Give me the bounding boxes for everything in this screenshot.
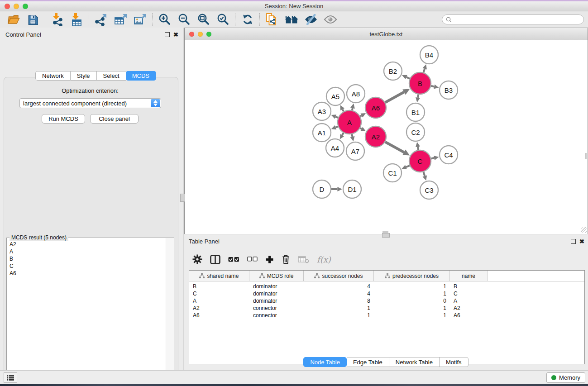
table-panel: Table Panel ✖ [184,235,588,371]
minimize-network-button[interactable] [198,32,203,37]
column-header-mcds-role[interactable]: MCDS role [249,271,304,281]
show-eye-button[interactable] [320,12,340,27]
result-item[interactable]: A6 [10,270,166,277]
resize-grip[interactable] [581,227,587,233]
network-canvas[interactable]: AA6A2BCA5A8A3A1A4A7B2B4B3B1C2C4C1C3DD1 [185,40,588,234]
graph-edge[interactable] [360,128,362,129]
horizontal-splitter-handle[interactable] [382,233,390,238]
graph-edge[interactable] [423,172,425,176]
float-panel-icon[interactable] [165,32,170,37]
zoom-selected-button[interactable] [213,12,233,27]
table-row[interactable]: A dominator 8 0 A [189,297,584,305]
graph-node-label: A3 [318,108,326,115]
tab-network[interactable]: Network [35,71,71,81]
result-item[interactable]: B [10,255,166,262]
float-table-panel-icon[interactable] [571,239,576,244]
zoom-out-button[interactable] [174,12,194,27]
result-item[interactable]: A [10,248,166,255]
graph-edge[interactable] [418,95,418,98]
close-network-button[interactable] [189,32,194,37]
save-session-button[interactable] [23,12,43,27]
tab-select[interactable]: Select [97,71,126,81]
show-columns-button[interactable] [210,255,220,264]
tab-style[interactable]: Style [71,71,97,81]
graph-edge[interactable] [431,158,434,159]
mcds-result-list[interactable]: A2 A B C A6 [7,239,166,386]
graph-edge[interactable] [336,127,338,128]
canvas-vscroll-thumb[interactable] [585,153,587,159]
table-row[interactable]: A6 connector 1 1 A6 [189,312,584,319]
tab-network-table[interactable]: Network Table [389,357,440,367]
memory-button[interactable]: Memory [546,372,585,383]
zoom-in-button[interactable] [155,12,174,27]
tab-node-table[interactable]: Node Table [303,357,347,367]
fit-content-button[interactable] [194,12,213,27]
import-network-button[interactable] [48,12,67,27]
graph-edge[interactable] [343,110,344,112]
deselect-all-columns-button[interactable] [247,257,258,262]
create-column-button[interactable] [265,255,274,264]
result-scrollbar[interactable] [166,238,174,386]
result-item[interactable]: A2 [10,241,166,248]
graph-edge[interactable] [360,115,362,116]
graph-edge[interactable] [385,142,404,152]
graph-edge[interactable] [342,133,344,135]
table-row[interactable]: C dominator 4 1 C [189,290,584,297]
export-image-button[interactable] [130,12,150,27]
create-network-from-file-button[interactable] [262,12,282,27]
zoom-network-button[interactable] [206,32,211,37]
close-window-button[interactable] [5,4,10,9]
table-settings-button[interactable] [192,254,202,264]
search-box[interactable] [442,14,584,24]
graph-edge[interactable] [385,92,404,102]
tab-edge-table[interactable]: Edge Table [347,357,389,367]
show-log-button[interactable] [4,372,17,383]
select-all-icon [228,257,239,262]
close-panel-button[interactable]: Close panel [90,114,139,124]
select-all-columns-button[interactable] [228,257,239,262]
graph-edge[interactable] [406,166,410,167]
column-header-shared-name[interactable]: shared name [189,271,249,281]
export-network-button[interactable] [91,12,111,27]
search-input[interactable] [454,16,580,23]
network-window-titlebar[interactable]: testGlobe.txt [185,28,588,40]
export-table-button[interactable] [111,12,130,27]
minimize-window-button[interactable] [14,4,19,9]
graph-edge[interactable] [352,134,352,137]
column-header-name[interactable]: name [450,271,488,281]
column-header-predecessor-nodes[interactable]: predecessor nodes [374,271,450,281]
table-row[interactable]: A2 connector 1 1 A2 [189,305,584,312]
window-controls [5,1,28,11]
delete-column-button[interactable] [282,254,290,264]
memory-status-dot [551,375,556,380]
tab-motifs[interactable]: Motifs [440,357,468,367]
vertical-splitter-handle[interactable] [180,194,185,202]
tab-mcds[interactable]: MCDS [126,71,156,81]
table-row[interactable]: B dominator 4 1 B [189,283,584,290]
criterion-dropdown[interactable]: largest connected component (directed) [19,98,161,108]
graph-edge[interactable] [418,147,418,150]
graph-node-label: C3 [425,186,433,194]
home-button[interactable] [282,12,301,27]
graph-edge[interactable] [352,108,353,110]
graph-edge[interactable] [431,86,434,87]
export-image-icon [134,13,147,26]
window-titlebar[interactable]: Session: New Session [0,1,588,11]
zoom-out-icon [178,13,191,26]
run-mcds-button[interactable]: Run MCDS [42,114,85,124]
toolbar-separator [235,13,235,26]
graph-edge[interactable] [424,69,425,72]
hide-graphics-details-button[interactable] [301,12,320,27]
zoom-window-button[interactable] [23,4,28,9]
column-header-successor-nodes[interactable]: successor nodes [304,271,374,281]
graph-edge[interactable] [335,117,338,118]
close-table-panel-icon[interactable]: ✖ [579,238,584,244]
zoom-in-icon [158,13,171,26]
table-panel-title: Table Panel [189,238,220,245]
result-item[interactable]: C [10,262,166,270]
close-panel-icon[interactable]: ✖ [173,32,178,38]
refresh-view-button[interactable] [238,12,257,27]
graph-edge[interactable] [406,77,410,78]
open-session-button[interactable] [4,12,23,27]
import-table-button[interactable] [67,12,86,27]
